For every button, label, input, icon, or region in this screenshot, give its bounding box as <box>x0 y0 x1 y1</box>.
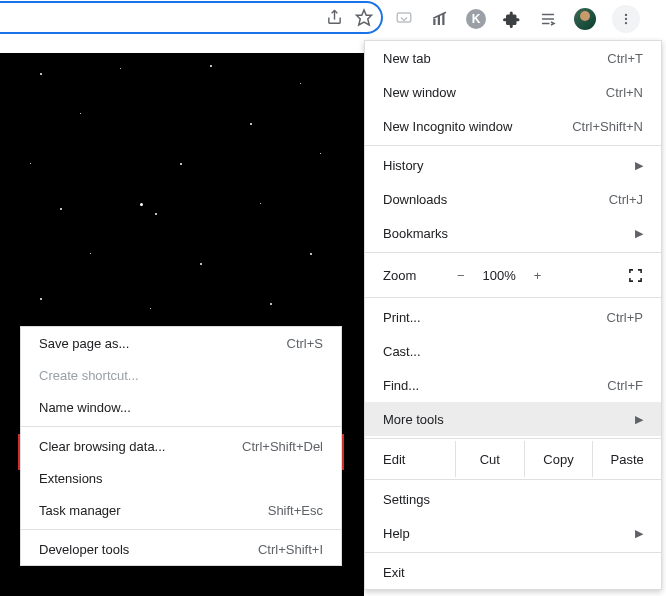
chevron-right-icon: ▶ <box>635 527 643 540</box>
submenu-developer-tools[interactable]: Developer tools Ctrl+Shift+I <box>21 533 341 565</box>
submenu-create-shortcut: Create shortcut... <box>21 359 341 391</box>
menu-label: Downloads <box>383 192 447 207</box>
svg-point-10 <box>625 22 627 24</box>
edit-paste-button[interactable]: Paste <box>592 441 661 477</box>
submenu-clear-browsing-data[interactable]: Clear browsing data... Ctrl+Shift+Del <box>21 430 341 462</box>
submenu-label: Extensions <box>39 471 103 486</box>
chevron-right-icon: ▶ <box>635 227 643 240</box>
zoom-out-button[interactable]: − <box>457 268 465 283</box>
menu-history[interactable]: History ▶ <box>365 148 661 182</box>
menu-label: New tab <box>383 51 431 66</box>
menu-label: Settings <box>383 492 430 507</box>
submenu-label: Clear browsing data... <box>39 439 165 454</box>
menu-label: New window <box>383 85 456 100</box>
menu-settings[interactable]: Settings <box>365 482 661 516</box>
menu-label: Exit <box>383 565 405 580</box>
menu-zoom-row: Zoom − 100% + <box>365 255 661 295</box>
svg-marker-0 <box>357 10 372 25</box>
submenu-shortcut: Shift+Esc <box>268 503 323 518</box>
chevron-right-icon: ▶ <box>635 159 643 172</box>
menu-find[interactable]: Find... Ctrl+F <box>365 368 661 402</box>
svg-rect-4 <box>442 13 444 25</box>
menu-separator <box>365 552 661 553</box>
svg-point-8 <box>625 14 627 16</box>
menu-help[interactable]: Help ▶ <box>365 516 661 550</box>
menu-new-tab[interactable]: New tab Ctrl+T <box>365 41 661 75</box>
menu-separator <box>365 297 661 298</box>
menu-label: Bookmarks <box>383 226 448 241</box>
menu-label: Cast... <box>383 344 421 359</box>
menu-label: History <box>383 158 423 173</box>
menu-bookmarks[interactable]: Bookmarks ▶ <box>365 216 661 250</box>
zoom-value: 100% <box>483 268 516 283</box>
star-icon[interactable] <box>355 9 373 27</box>
menu-label: Help <box>383 526 410 541</box>
menu-separator <box>365 438 661 439</box>
profile-avatar[interactable] <box>574 8 596 30</box>
submenu-task-manager[interactable]: Task manager Shift+Esc <box>21 494 341 526</box>
share-icon[interactable] <box>325 9 343 27</box>
menu-shortcut: Ctrl+T <box>607 51 643 66</box>
menu-exit[interactable]: Exit <box>365 555 661 589</box>
submenu-save-page[interactable]: Save page as... Ctrl+S <box>21 327 341 359</box>
svg-rect-3 <box>438 16 440 25</box>
browser-toolbar: K <box>394 4 640 34</box>
submenu-label: Name window... <box>39 400 131 415</box>
menu-shortcut: Ctrl+Shift+N <box>572 119 643 134</box>
zoom-in-button[interactable]: + <box>534 268 542 283</box>
menu-label: More tools <box>383 412 444 427</box>
submenu-shortcut: Ctrl+Shift+Del <box>242 439 323 454</box>
menu-label: New Incognito window <box>383 119 512 134</box>
address-bar[interactable] <box>0 1 383 34</box>
svg-rect-2 <box>433 19 435 25</box>
analytics-icon[interactable] <box>430 9 450 29</box>
menu-cast[interactable]: Cast... <box>365 334 661 368</box>
k-extension-icon[interactable]: K <box>466 9 486 29</box>
chevron-right-icon: ▶ <box>635 413 643 426</box>
menu-print[interactable]: Print... Ctrl+P <box>365 300 661 334</box>
menu-shortcut: Ctrl+P <box>607 310 643 325</box>
more-tools-submenu: Save page as... Ctrl+S Create shortcut..… <box>20 326 342 566</box>
main-menu: New tab Ctrl+T New window Ctrl+N New Inc… <box>364 40 662 590</box>
edit-copy-button[interactable]: Copy <box>524 441 593 477</box>
extensions-puzzle-icon[interactable] <box>502 9 522 29</box>
menu-separator <box>365 145 661 146</box>
submenu-label: Save page as... <box>39 336 129 351</box>
menu-label: Edit <box>365 452 455 467</box>
menu-shortcut: Ctrl+N <box>606 85 643 100</box>
reading-list-icon[interactable] <box>538 9 558 29</box>
submenu-label: Task manager <box>39 503 121 518</box>
submenu-extensions[interactable]: Extensions <box>21 462 341 494</box>
submenu-name-window[interactable]: Name window... <box>21 391 341 423</box>
submenu-label: Developer tools <box>39 542 129 557</box>
menu-separator <box>365 252 661 253</box>
edit-cut-button[interactable]: Cut <box>455 441 524 477</box>
menu-new-window[interactable]: New window Ctrl+N <box>365 75 661 109</box>
submenu-label: Create shortcut... <box>39 368 139 383</box>
fullscreen-icon[interactable] <box>628 268 643 283</box>
menu-edit-row: Edit Cut Copy Paste <box>365 441 661 477</box>
submenu-shortcut: Ctrl+S <box>287 336 323 351</box>
menu-shortcut: Ctrl+J <box>609 192 643 207</box>
menu-more-tools[interactable]: More tools ▶ <box>365 402 661 436</box>
menu-label: Find... <box>383 378 419 393</box>
submenu-shortcut: Ctrl+Shift+I <box>258 542 323 557</box>
menu-label: Print... <box>383 310 421 325</box>
submenu-separator <box>21 426 341 427</box>
pocket-icon[interactable] <box>394 9 414 29</box>
menu-downloads[interactable]: Downloads Ctrl+J <box>365 182 661 216</box>
menu-separator <box>365 479 661 480</box>
svg-point-9 <box>625 18 627 20</box>
menu-shortcut: Ctrl+F <box>607 378 643 393</box>
menu-new-incognito[interactable]: New Incognito window Ctrl+Shift+N <box>365 109 661 143</box>
main-menu-button[interactable] <box>612 5 640 33</box>
menu-label: Zoom <box>383 268 443 283</box>
submenu-separator <box>21 529 341 530</box>
